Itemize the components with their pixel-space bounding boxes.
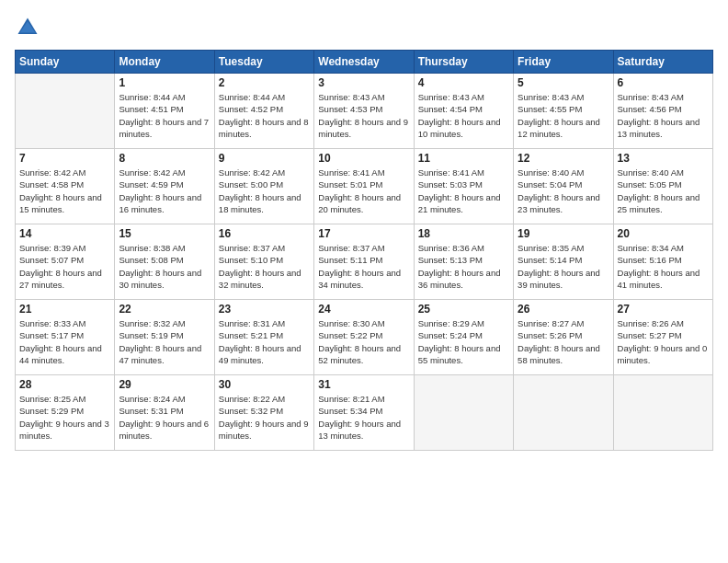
day-info: Sunrise: 8:29 AMSunset: 5:24 PMDaylight:… <box>418 317 509 366</box>
day-number: 7 <box>19 152 110 165</box>
day-cell: 7Sunrise: 8:42 AMSunset: 4:58 PMDaylight… <box>16 149 115 224</box>
calendar-table: SundayMondayTuesdayWednesdayThursdayFrid… <box>15 50 713 451</box>
day-cell <box>613 375 712 451</box>
day-cell <box>16 74 115 149</box>
header <box>15 15 713 40</box>
day-info: Sunrise: 8:37 AMSunset: 5:10 PMDaylight:… <box>219 242 310 291</box>
week-row-5: 28Sunrise: 8:25 AMSunset: 5:29 PMDayligh… <box>16 375 713 451</box>
day-number: 18 <box>418 227 509 240</box>
day-cell: 28Sunrise: 8:25 AMSunset: 5:29 PMDayligh… <box>16 375 115 451</box>
day-info: Sunrise: 8:42 AMSunset: 4:58 PMDaylight:… <box>19 167 110 215</box>
week-row-1: 1Sunrise: 8:44 AMSunset: 4:51 PMDaylight… <box>16 74 713 149</box>
day-number: 6 <box>618 76 709 89</box>
day-number: 27 <box>618 303 709 316</box>
day-cell: 26Sunrise: 8:27 AMSunset: 5:26 PMDayligh… <box>514 300 613 375</box>
day-info: Sunrise: 8:37 AMSunset: 5:11 PMDaylight:… <box>318 242 409 291</box>
day-number: 16 <box>219 227 310 240</box>
day-cell: 15Sunrise: 8:38 AMSunset: 5:08 PMDayligh… <box>115 224 214 300</box>
day-number: 11 <box>418 152 509 165</box>
day-number: 4 <box>418 76 509 89</box>
day-cell: 27Sunrise: 8:26 AMSunset: 5:27 PMDayligh… <box>613 300 712 375</box>
page: SundayMondayTuesdayWednesdayThursdayFrid… <box>0 0 728 563</box>
day-cell: 13Sunrise: 8:40 AMSunset: 5:05 PMDayligh… <box>613 149 712 224</box>
day-info: Sunrise: 8:26 AMSunset: 5:27 PMDaylight:… <box>618 317 709 366</box>
col-header-tuesday: Tuesday <box>214 51 313 74</box>
day-number: 28 <box>19 378 110 391</box>
day-cell <box>514 375 613 451</box>
col-header-thursday: Thursday <box>414 51 513 74</box>
day-number: 31 <box>318 378 409 391</box>
day-number: 2 <box>219 76 310 89</box>
day-number: 21 <box>19 303 110 316</box>
day-number: 24 <box>318 303 409 316</box>
day-info: Sunrise: 8:32 AMSunset: 5:19 PMDaylight:… <box>119 317 210 366</box>
day-info: Sunrise: 8:35 AMSunset: 5:14 PMDaylight:… <box>518 242 609 291</box>
day-number: 19 <box>518 227 609 240</box>
day-cell: 30Sunrise: 8:22 AMSunset: 5:32 PMDayligh… <box>214 375 313 451</box>
day-info: Sunrise: 8:44 AMSunset: 4:52 PMDaylight:… <box>219 91 310 140</box>
day-cell: 18Sunrise: 8:36 AMSunset: 5:13 PMDayligh… <box>414 224 513 300</box>
day-info: Sunrise: 8:24 AMSunset: 5:31 PMDaylight:… <box>119 393 210 442</box>
day-info: Sunrise: 8:40 AMSunset: 5:04 PMDaylight:… <box>518 167 609 215</box>
day-info: Sunrise: 8:39 AMSunset: 5:07 PMDaylight:… <box>19 242 110 291</box>
day-cell: 31Sunrise: 8:21 AMSunset: 5:34 PMDayligh… <box>314 375 414 451</box>
day-number: 8 <box>119 152 210 165</box>
col-header-monday: Monday <box>115 51 214 74</box>
day-cell: 5Sunrise: 8:43 AMSunset: 4:55 PMDaylight… <box>514 74 613 149</box>
day-cell: 20Sunrise: 8:34 AMSunset: 5:16 PMDayligh… <box>613 224 712 300</box>
day-number: 12 <box>518 152 609 165</box>
day-number: 30 <box>219 378 310 391</box>
day-info: Sunrise: 8:42 AMSunset: 4:59 PMDaylight:… <box>119 167 210 215</box>
day-cell: 23Sunrise: 8:31 AMSunset: 5:21 PMDayligh… <box>214 300 313 375</box>
day-info: Sunrise: 8:41 AMSunset: 5:03 PMDaylight:… <box>418 167 509 215</box>
day-cell: 24Sunrise: 8:30 AMSunset: 5:22 PMDayligh… <box>314 300 414 375</box>
day-number: 15 <box>119 227 210 240</box>
day-cell: 4Sunrise: 8:43 AMSunset: 4:54 PMDaylight… <box>414 74 513 149</box>
day-number: 22 <box>119 303 210 316</box>
header-row: SundayMondayTuesdayWednesdayThursdayFrid… <box>16 51 713 74</box>
day-info: Sunrise: 8:42 AMSunset: 5:00 PMDaylight:… <box>219 167 310 215</box>
day-info: Sunrise: 8:43 AMSunset: 4:53 PMDaylight:… <box>318 91 409 140</box>
day-cell: 10Sunrise: 8:41 AMSunset: 5:01 PMDayligh… <box>314 149 414 224</box>
week-row-4: 21Sunrise: 8:33 AMSunset: 5:17 PMDayligh… <box>16 300 713 375</box>
day-cell: 6Sunrise: 8:43 AMSunset: 4:56 PMDaylight… <box>613 74 712 149</box>
day-number: 25 <box>418 303 509 316</box>
col-header-sunday: Sunday <box>16 51 115 74</box>
day-info: Sunrise: 8:25 AMSunset: 5:29 PMDaylight:… <box>19 393 110 442</box>
day-cell: 21Sunrise: 8:33 AMSunset: 5:17 PMDayligh… <box>16 300 115 375</box>
day-info: Sunrise: 8:43 AMSunset: 4:56 PMDaylight:… <box>618 91 709 140</box>
day-info: Sunrise: 8:22 AMSunset: 5:32 PMDaylight:… <box>219 393 310 442</box>
day-info: Sunrise: 8:38 AMSunset: 5:08 PMDaylight:… <box>119 242 210 291</box>
day-number: 3 <box>318 76 409 89</box>
day-number: 13 <box>618 152 709 165</box>
day-info: Sunrise: 8:27 AMSunset: 5:26 PMDaylight:… <box>518 317 609 366</box>
week-row-3: 14Sunrise: 8:39 AMSunset: 5:07 PMDayligh… <box>16 224 713 300</box>
day-number: 14 <box>19 227 110 240</box>
day-number: 10 <box>318 152 409 165</box>
day-cell: 16Sunrise: 8:37 AMSunset: 5:10 PMDayligh… <box>214 224 313 300</box>
day-cell: 1Sunrise: 8:44 AMSunset: 4:51 PMDaylight… <box>115 74 214 149</box>
day-cell: 22Sunrise: 8:32 AMSunset: 5:19 PMDayligh… <box>115 300 214 375</box>
day-info: Sunrise: 8:30 AMSunset: 5:22 PMDaylight:… <box>318 317 409 366</box>
day-info: Sunrise: 8:44 AMSunset: 4:51 PMDaylight:… <box>119 91 210 140</box>
col-header-friday: Friday <box>514 51 613 74</box>
day-cell: 11Sunrise: 8:41 AMSunset: 5:03 PMDayligh… <box>414 149 513 224</box>
day-info: Sunrise: 8:41 AMSunset: 5:01 PMDaylight:… <box>318 167 409 215</box>
logo-icon <box>15 15 40 40</box>
logo <box>15 15 44 40</box>
day-info: Sunrise: 8:34 AMSunset: 5:16 PMDaylight:… <box>618 242 709 291</box>
day-info: Sunrise: 8:31 AMSunset: 5:21 PMDaylight:… <box>219 317 310 366</box>
day-number: 20 <box>618 227 709 240</box>
day-cell: 12Sunrise: 8:40 AMSunset: 5:04 PMDayligh… <box>514 149 613 224</box>
day-cell: 3Sunrise: 8:43 AMSunset: 4:53 PMDaylight… <box>314 74 414 149</box>
day-cell: 17Sunrise: 8:37 AMSunset: 5:11 PMDayligh… <box>314 224 414 300</box>
day-cell: 14Sunrise: 8:39 AMSunset: 5:07 PMDayligh… <box>16 224 115 300</box>
day-info: Sunrise: 8:43 AMSunset: 4:54 PMDaylight:… <box>418 91 509 140</box>
day-cell: 19Sunrise: 8:35 AMSunset: 5:14 PMDayligh… <box>514 224 613 300</box>
day-number: 9 <box>219 152 310 165</box>
day-info: Sunrise: 8:36 AMSunset: 5:13 PMDaylight:… <box>418 242 509 291</box>
day-number: 26 <box>518 303 609 316</box>
col-header-wednesday: Wednesday <box>314 51 414 74</box>
day-number: 23 <box>219 303 310 316</box>
day-info: Sunrise: 8:43 AMSunset: 4:55 PMDaylight:… <box>518 91 609 140</box>
